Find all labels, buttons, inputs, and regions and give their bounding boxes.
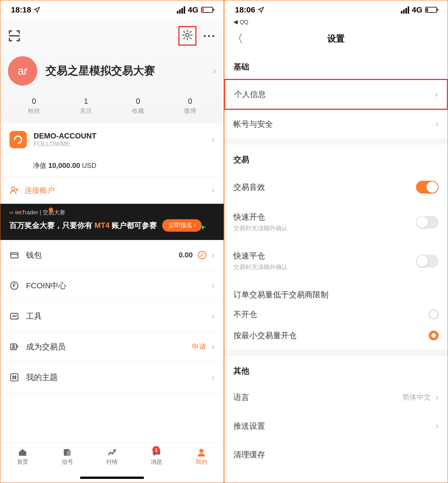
row-fast-open[interactable]: 快速开仓 交易时无须额外确认 — [224, 203, 448, 242]
row-push[interactable]: 推送设置 › — [224, 412, 448, 440]
stat-weibo[interactable]: 0微博 — [184, 97, 196, 115]
network-label: 4G — [188, 5, 198, 14]
chevron-right-icon: › — [213, 66, 216, 76]
chevron-right-icon: › — [212, 185, 215, 195]
settings-button-highlight — [178, 26, 196, 46]
row-profile[interactable]: 个人信息 › — [225, 80, 447, 109]
net-value: 净值 10,000.00 USD — [0, 161, 224, 170]
back-to-app[interactable]: ◀ QQ — [224, 18, 448, 25]
stats-row: 0粉丝 1关注 0收藏 0微博 — [8, 97, 216, 115]
link-account-label: 连接账户 — [25, 185, 55, 195]
signal-icon — [177, 6, 185, 14]
network-label: 4G — [412, 5, 422, 14]
location-icon — [34, 6, 40, 13]
hashtag-icon — [9, 372, 19, 382]
row-no-open[interactable]: 不开仓 — [224, 304, 448, 325]
battery-icon — [201, 7, 213, 13]
chevron-right-icon: › — [212, 280, 215, 291]
status-time: 18:06 — [235, 5, 255, 14]
svg-point-10 — [199, 449, 203, 453]
svg-rect-7 — [11, 374, 18, 381]
profile-row[interactable]: ar 交易之星模拟交易大赛 › — [8, 56, 216, 86]
row-order-limit: 订单交易量低于交易商限制 — [224, 280, 448, 304]
row-min-open[interactable]: 按最小交易量开仓 — [224, 325, 448, 350]
radio-min-open[interactable] — [429, 331, 439, 340]
banner-brand: ∞ imTrader | 交易大赛 — [9, 209, 65, 216]
user-icon — [196, 448, 207, 457]
fcoin-icon: F — [198, 251, 206, 259]
row-cache[interactable]: 清理缓存 — [224, 440, 448, 463]
section-gap — [224, 350, 448, 356]
svg-point-6 — [13, 345, 14, 347]
menu-tools[interactable]: 工具 › — [0, 301, 224, 332]
profile-header: ●●● ar 交易之星模拟交易大赛 › 0粉丝 1关注 0收藏 0微博 — [0, 19, 224, 123]
tab-home[interactable]: 首页 — [17, 448, 28, 466]
menu-wallet[interactable]: 钱包 0.00F› — [0, 240, 224, 271]
fcoin-center-icon — [9, 281, 19, 291]
chevron-right-icon: › — [435, 89, 438, 100]
status-bar: 18:06 4G — [224, 0, 448, 19]
toggle-sound[interactable] — [416, 181, 439, 194]
row-language[interactable]: 语言 简体中文 › — [224, 383, 448, 412]
nav-bar: 〈 设置 — [224, 25, 448, 52]
chevron-right-icon: › — [212, 134, 215, 145]
section-gap — [224, 138, 448, 145]
menu-become-trader[interactable]: 成为交易员 申请› — [0, 332, 224, 362]
page-title: 设置 — [224, 33, 448, 45]
section-trade: 交易 — [224, 145, 448, 172]
stat-fav[interactable]: 0收藏 — [132, 97, 144, 115]
menu-fcoin[interactable]: FCOIN中心 › — [0, 271, 224, 301]
svg-rect-9 — [66, 451, 71, 456]
chevron-right-icon: › — [436, 392, 439, 403]
section-basic: 基础 — [224, 52, 448, 79]
add-user-icon — [9, 185, 19, 195]
account-card[interactable]: DEMO-ACCOUNT FOLLOWME › 净值 10,000.00 USD — [0, 123, 224, 177]
menu-topics[interactable]: 我的主题 › — [0, 362, 224, 393]
signal-icon — [401, 6, 409, 14]
svg-rect-2 — [11, 253, 18, 258]
status-bar: 18:18 4G — [0, 0, 224, 19]
status-time: 18:18 — [11, 5, 31, 14]
home-icon — [17, 448, 28, 457]
chevron-right-icon: › — [212, 250, 215, 260]
chevron-right-icon: › — [212, 341, 215, 352]
stat-follow[interactable]: 1关注 — [80, 97, 92, 115]
signal-icon — [62, 448, 73, 457]
gear-icon[interactable] — [182, 29, 193, 41]
profile-screen: 18:18 4G ●●● ar — [0, 0, 224, 483]
cursor-icon — [199, 224, 207, 231]
more-icon[interactable]: ●●● — [203, 33, 216, 38]
chevron-right-icon: › — [212, 372, 215, 383]
tab-mine[interactable]: 我的 — [196, 448, 207, 466]
tab-market[interactable]: 行情 — [106, 448, 118, 466]
toggle-fast-open[interactable] — [416, 216, 439, 229]
row-fast-close[interactable]: 快速平仓 交易时无须额外确认 — [224, 242, 448, 280]
section-other: 其他 — [224, 356, 448, 383]
svg-point-0 — [186, 34, 189, 37]
promo-banner[interactable]: ∞ imTrader | 交易大赛 百万奖金大赛，只要你有 MT4 账户都可参赛… — [0, 204, 224, 240]
chevron-right-icon: › — [212, 311, 215, 321]
scan-icon[interactable] — [8, 29, 21, 42]
row-security[interactable]: 帐号与安全 › — [224, 110, 448, 138]
home-indicator[interactable] — [80, 477, 144, 479]
stat-fans[interactable]: 0粉丝 — [28, 97, 40, 115]
back-button[interactable]: 〈 — [232, 31, 243, 46]
radio-no-open[interactable] — [429, 309, 439, 319]
tools-icon — [9, 311, 19, 321]
location-icon — [258, 6, 264, 13]
tab-message[interactable]: 1 消息 — [151, 448, 162, 466]
tab-signal[interactable]: 信号 — [62, 448, 73, 466]
broker-name: FOLLOWME — [34, 140, 97, 148]
trader-icon — [9, 342, 19, 352]
battery-icon — [425, 7, 437, 13]
nickname: 交易之星模拟交易大赛 — [46, 63, 205, 78]
wallet-icon — [9, 250, 19, 260]
avatar: ar — [8, 56, 37, 86]
account-name: DEMO-ACCOUNT — [34, 132, 97, 140]
toggle-fast-close[interactable] — [416, 255, 439, 268]
link-account-row[interactable]: 连接账户 › — [0, 177, 224, 204]
row-trade-sound[interactable]: 交易音效 — [224, 172, 448, 203]
broker-icon — [9, 131, 27, 148]
banner-cta-button[interactable]: 立即报名 › — [162, 219, 202, 232]
banner-text: 百万奖金大赛，只要你有 MT4 账户都可参赛 — [9, 220, 157, 231]
